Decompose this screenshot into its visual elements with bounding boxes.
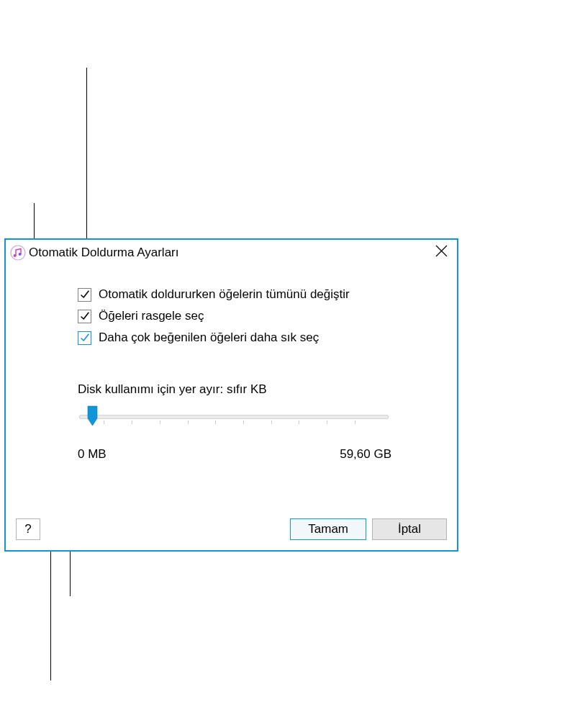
option-label: Öğeleri rasgele seç — [99, 309, 204, 323]
checkbox-icon — [78, 331, 91, 345]
option-higher-rated[interactable]: Daha çok beğenilen öğeleri daha sık seç — [78, 331, 435, 345]
slider-labels: 0 MB 59,60 GB — [78, 447, 391, 462]
itunes-icon — [10, 245, 26, 261]
slider-tick — [299, 421, 299, 424]
button-label: Tamam — [308, 522, 348, 536]
title-bar: Otomatik Doldurma Ayarları — [6, 240, 457, 266]
slider-track — [79, 415, 389, 419]
disk-usage-slider[interactable] — [79, 410, 389, 427]
button-label: İptal — [398, 522, 421, 536]
disk-usage-section: Disk kullanımı için yer ayır: sıfır KB — [78, 382, 435, 462]
autofill-settings-dialog: Otomatik Doldurma Ayarları Otomatik dold… — [4, 238, 458, 552]
dialog-title: Otomatik Doldurma Ayarları — [29, 246, 450, 260]
close-icon — [435, 245, 448, 260]
button-bar: ? Tamam İptal — [16, 518, 447, 540]
svg-point-0 — [11, 246, 25, 260]
ok-button[interactable]: Tamam — [290, 518, 366, 540]
help-icon: ? — [24, 522, 31, 536]
slider-tick — [132, 421, 132, 424]
close-button[interactable] — [432, 243, 450, 261]
option-random[interactable]: Öğeleri rasgele seç — [78, 309, 435, 323]
slider-tick — [327, 421, 327, 424]
option-replace-all[interactable]: Otomatik doldururken öğelerin tümünü değ… — [78, 287, 435, 302]
slider-tick — [243, 421, 244, 424]
dialog-content: Otomatik doldururken öğelerin tümünü değ… — [6, 266, 457, 472]
svg-point-2 — [19, 253, 22, 256]
slider-tick — [215, 421, 216, 424]
slider-max-label: 59,60 GB — [340, 447, 391, 462]
help-button[interactable]: ? — [16, 518, 40, 540]
slider-tick — [188, 421, 189, 424]
option-label: Otomatik doldururken öğelerin tümünü değ… — [99, 287, 350, 302]
svg-point-1 — [14, 254, 17, 257]
slider-tick — [355, 421, 355, 424]
option-label: Daha çok beğenilen öğeleri daha sık seç — [99, 331, 319, 345]
slider-min-label: 0 MB — [78, 447, 107, 462]
slider-tick — [104, 421, 104, 424]
slider-tick — [271, 421, 272, 424]
checkbox-icon — [78, 310, 91, 323]
cancel-button[interactable]: İptal — [372, 518, 447, 540]
disk-usage-label: Disk kullanımı için yer ayır: sıfır KB — [78, 382, 435, 397]
slider-thumb[interactable] — [87, 405, 98, 427]
checkbox-icon — [78, 288, 91, 302]
slider-tick — [160, 421, 160, 424]
